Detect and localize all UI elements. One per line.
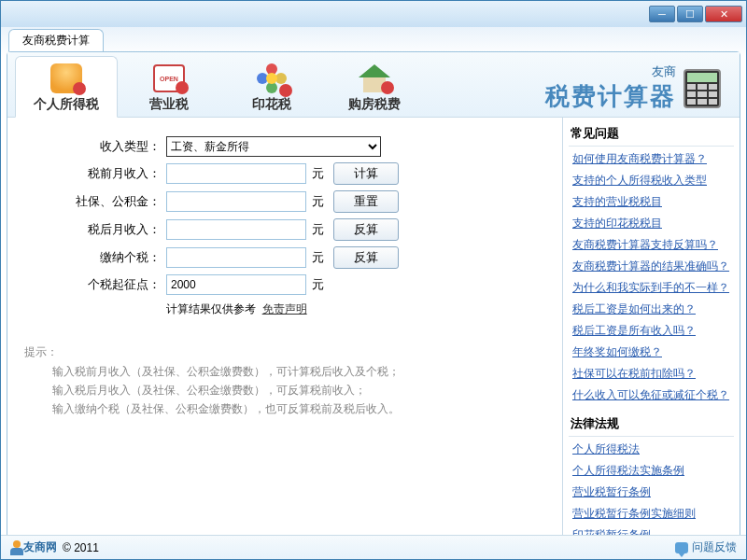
- tab-stamp-tax[interactable]: 印花税: [220, 57, 323, 117]
- pretax-input[interactable]: [166, 163, 306, 184]
- close-button[interactable]: ✕: [705, 6, 742, 22]
- row-social: 社保、公积金： 元 重置: [17, 190, 553, 213]
- footer-site[interactable]: 友商网: [23, 539, 57, 555]
- brand-small: 友商: [545, 63, 676, 80]
- threshold-input[interactable]: [166, 274, 306, 295]
- flower-icon: [253, 63, 290, 94]
- faq-link[interactable]: 为什么和我实际到手的不一样？: [569, 277, 734, 299]
- faq-link[interactable]: 支持的个人所得税收入类型: [569, 170, 734, 191]
- social-input[interactable]: [166, 191, 306, 212]
- tab-label: 个人所得税: [20, 96, 113, 113]
- faq-link[interactable]: 友商税费计算器支持反算吗？: [569, 234, 734, 256]
- tab-house-tax[interactable]: 购房税费: [323, 57, 426, 117]
- tab-business-tax[interactable]: OPEN 营业税: [118, 57, 220, 117]
- outer-tab[interactable]: 友商税费计算: [8, 29, 104, 51]
- row-pretax: 税前月收入： 元 计算: [17, 162, 553, 185]
- footer-copyright: © 2011: [63, 541, 99, 554]
- pretax-label: 税前月收入：: [17, 165, 166, 182]
- result-note: 计算结果仅供参考: [166, 302, 256, 315]
- app-window: ─ ☐ ✕ 友商税费计算 个人所得税 OPEN 营业税 印花税 购房税费: [0, 0, 747, 560]
- faq-link[interactable]: 年终奖如何缴税？: [569, 342, 734, 363]
- taxpaid-input[interactable]: [166, 247, 306, 268]
- outer-tab-row: 友商税费计算: [1, 29, 746, 51]
- threshold-label: 个税起征点：: [17, 276, 166, 293]
- tip-line: 输入缴纳个税（及社保、公积金缴费数），也可反算税前及税后收入。: [24, 399, 545, 418]
- row-income-type: 收入类型： 工资、薪金所得: [17, 136, 553, 157]
- house-icon: [356, 63, 393, 94]
- faq-link[interactable]: 支持的印花税税目: [569, 213, 734, 234]
- body-row: 收入类型： 工资、薪金所得 税前月收入： 元 计算 社保、公积金： 元 重置: [7, 118, 740, 549]
- content-box: 个人所得税 OPEN 营业税 印花税 购房税费 友商 税费计算器: [7, 51, 740, 548]
- faq-link[interactable]: 如何使用友商税费计算器？: [569, 148, 734, 170]
- tips-title: 提示：: [24, 343, 545, 361]
- income-type-label: 收入类型：: [17, 138, 166, 155]
- taxpaid-label: 缴纳个税：: [17, 249, 166, 266]
- tab-label: 营业税: [121, 96, 217, 113]
- law-link[interactable]: 个人所得税法实施条例: [569, 460, 734, 482]
- reverse-button-1[interactable]: 反算: [333, 218, 399, 241]
- person-tax-icon: [48, 63, 85, 94]
- calculator-icon: [684, 69, 721, 108]
- law-link[interactable]: 个人所得税法: [569, 439, 734, 460]
- feedback-label: 问题反馈: [692, 539, 737, 555]
- law-link[interactable]: 营业税暂行条例: [569, 482, 734, 503]
- disclaimer-link[interactable]: 免责声明: [262, 302, 307, 315]
- row-posttax: 税后月收入： 元 反算: [17, 218, 553, 241]
- unit-label: 元: [306, 276, 333, 293]
- result-note-row: 计算结果仅供参考 免责声明: [166, 301, 553, 318]
- tip-line: 输入税后月收入（及社保、公积金缴费数），可反算税前收入；: [24, 381, 545, 399]
- faq-link[interactable]: 社保可以在税前扣除吗？: [569, 363, 734, 385]
- faq-link[interactable]: 支持的营业税税目: [569, 191, 734, 213]
- calc-button[interactable]: 计算: [333, 162, 399, 185]
- tips-block: 提示： 输入税前月收入（及社保、公积金缴费数），可计算税后收入及个税； 输入税后…: [17, 343, 553, 419]
- bubble-icon: [675, 542, 688, 553]
- unit-label: 元: [306, 249, 333, 266]
- posttax-input[interactable]: [166, 219, 306, 240]
- sidebar: 常见问题 如何使用友商税费计算器？ 支持的个人所得税收入类型 支持的营业税税目 …: [562, 118, 740, 549]
- tab-label: 购房税费: [327, 96, 422, 113]
- reset-button[interactable]: 重置: [333, 190, 399, 213]
- main-column: 收入类型： 工资、薪金所得 税前月收入： 元 计算 社保、公积金： 元 重置: [7, 118, 562, 549]
- feedback-link[interactable]: 问题反馈: [675, 539, 737, 555]
- tax-tabs-row: 个人所得税 OPEN 营业税 印花税 购房税费 友商 税费计算器: [7, 52, 740, 118]
- row-threshold: 个税起征点： 元: [17, 274, 553, 295]
- brand-area: 友商 税费计算器: [534, 60, 732, 117]
- tip-line: 输入税前月收入（及社保、公积金缴费数），可计算税后收入及个税；: [24, 362, 545, 381]
- reverse-button-2[interactable]: 反算: [333, 246, 399, 269]
- window-controls: ─ ☐ ✕: [649, 6, 742, 22]
- footer-logo-icon: [10, 540, 23, 555]
- unit-label: 元: [306, 165, 333, 182]
- row-taxpaid: 缴纳个税： 元 反算: [17, 246, 553, 269]
- faq-link[interactable]: 税后工资是如何出来的？: [569, 299, 734, 320]
- open-sign-icon: OPEN: [150, 63, 188, 94]
- unit-label: 元: [306, 193, 333, 210]
- minimize-button[interactable]: ─: [649, 6, 675, 22]
- social-label: 社保、公积金：: [17, 193, 166, 210]
- posttax-label: 税后月收入：: [17, 221, 166, 238]
- law-header: 法律法规: [569, 412, 734, 437]
- maximize-button[interactable]: ☐: [677, 6, 703, 22]
- faq-link[interactable]: 税后工资是所有收入吗？: [569, 320, 734, 342]
- footer: 友商网 © 2011 问题反馈: [1, 535, 746, 559]
- faq-link[interactable]: 什么收入可以免征或减征个税？: [569, 385, 734, 406]
- law-link[interactable]: 营业税暂行条例实施细则: [569, 503, 734, 525]
- faq-link[interactable]: 友商税费计算器的结果准确吗？: [569, 256, 734, 277]
- brand-big: 税费计算器: [545, 80, 676, 113]
- tab-personal-income-tax[interactable]: 个人所得税: [15, 56, 118, 118]
- tab-label: 印花税: [224, 96, 319, 113]
- income-type-select[interactable]: 工资、薪金所得: [166, 136, 381, 157]
- faq-header: 常见问题: [569, 121, 734, 147]
- unit-label: 元: [306, 221, 333, 238]
- titlebar: ─ ☐ ✕: [1, 1, 746, 27]
